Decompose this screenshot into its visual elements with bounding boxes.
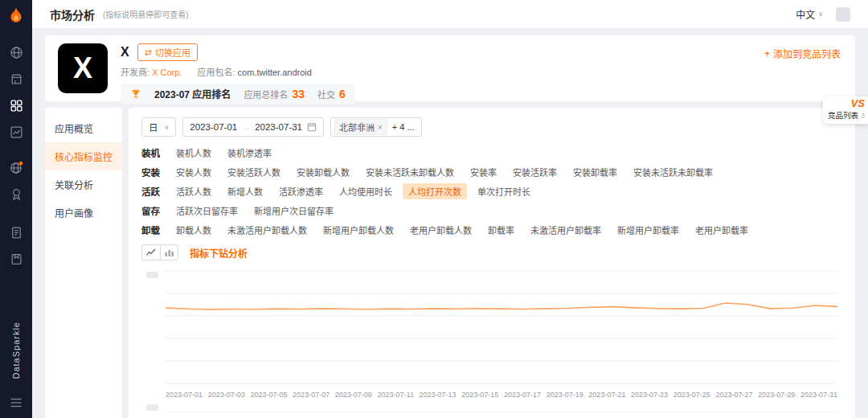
x-tick-label: 2023-07-23	[631, 391, 668, 399]
metric-row: 装机装机人数装机渗透率	[141, 145, 842, 161]
subnav-item[interactable]: 应用概览	[45, 114, 122, 142]
metric-option[interactable]: 活跃次日留存率	[170, 203, 244, 219]
nav-world-ranking[interactable]	[7, 158, 25, 176]
medal-icon	[10, 187, 23, 201]
metric-option[interactable]: 安装卸载率	[567, 164, 623, 180]
x-axis-labels: 2023-07-012023-07-032023-07-052023-07-07…	[166, 391, 837, 399]
metric-row: 卸载卸载人数未激活用户卸载人数新增用户卸载人数老用户卸载人数卸载率未激活用户卸载…	[141, 222, 842, 238]
metric-option[interactable]: 老用户卸载率	[690, 222, 754, 238]
nav-app-analysis[interactable]	[7, 96, 25, 114]
metric-option[interactable]: 老用户卸载人数	[404, 222, 477, 238]
metric-option[interactable]: 单次打开时长	[472, 183, 536, 199]
region-more: + 4 ...	[392, 122, 415, 132]
metric-row: 留存活跃次日留存率新增用户次日留存率	[141, 203, 842, 219]
x-tick-label: 2023-07-01	[166, 391, 203, 399]
calendar-icon	[307, 122, 317, 132]
granularity-select[interactable]: 日 ∨	[141, 117, 176, 137]
page-hint: (指标说明悬停即可查看)	[103, 8, 189, 20]
nav-leaderboard[interactable]	[7, 185, 25, 203]
metric-option[interactable]: 新增人数	[222, 183, 268, 199]
developer-link[interactable]: X Corp.	[152, 68, 182, 77]
line-chart-toggle[interactable]	[141, 244, 160, 260]
app-sidebar: DataSparkle	[0, 0, 32, 418]
metric-option[interactable]: 未激活用户卸载人数	[222, 222, 313, 238]
nav-report[interactable]	[7, 223, 25, 241]
x-tick-label: 2023-07-05	[250, 391, 287, 399]
y-axis-label-placeholder	[146, 272, 158, 278]
metric-option[interactable]: 安装率	[465, 164, 502, 180]
metric-option[interactable]: 人均打开次数	[403, 183, 467, 199]
drill-down-link[interactable]: 指标下钻分析	[190, 246, 248, 260]
x-tick-label: 2023-07-21	[588, 391, 625, 399]
category-rank-label: 社交	[317, 88, 335, 100]
subnav-item[interactable]: 核心指标监控	[45, 142, 122, 170]
bar-chart-toggle[interactable]	[160, 244, 178, 260]
y-axis-label-placeholder	[146, 404, 158, 411]
nav-global-overview[interactable]	[7, 43, 25, 61]
line-chart-icon	[10, 125, 23, 139]
subnav-item[interactable]: 用户画像	[45, 199, 122, 227]
globe-badge-icon	[10, 161, 23, 174]
swap-icon: ⇄	[145, 47, 152, 58]
section-divider	[166, 412, 837, 412]
x-tick-label: 2023-07-11	[378, 391, 414, 399]
x-tick-label: 2023-07-07	[293, 391, 330, 399]
main-content: X X ⇄ 切换应用 开发商: X Corp. 应用包名: com.twitte…	[32, 29, 868, 418]
nav-trend-analytics[interactable]	[7, 123, 25, 141]
language-switcher[interactable]: 中文 ∨	[796, 7, 823, 21]
trophy-icon	[130, 88, 141, 100]
metric-option[interactable]: 活跃人数	[170, 183, 217, 199]
date-start: 2023-07-01	[190, 122, 237, 132]
subnav-item[interactable]: 关联分析	[45, 170, 122, 199]
metric-option[interactable]: 安装活跃率	[507, 164, 563, 180]
avatar[interactable]	[836, 7, 850, 22]
language-label: 中文	[796, 7, 815, 21]
metric-option[interactable]: 人均使用时长	[334, 183, 398, 199]
x-tick-label: 2023-07-15	[461, 391, 498, 399]
metric-option[interactable]: 未激活用户卸载率	[525, 222, 607, 238]
trend-chart-area: 2023-07-012023-07-032023-07-052023-07-07…	[166, 270, 837, 412]
chevron-down-icon: ∨	[165, 124, 170, 131]
metric-option[interactable]: 卸载人数	[170, 222, 217, 238]
bar-chart-icon	[165, 248, 174, 256]
metric-option[interactable]: 活跃渗透率	[273, 183, 329, 199]
metric-option[interactable]: 新增用户卸载人数	[317, 222, 399, 238]
metric-group-label: 装机	[141, 146, 170, 159]
metric-option[interactable]: 新增用户卸载率	[612, 222, 685, 238]
collapse-menu-icon[interactable]	[7, 394, 25, 412]
vs-badge: VS	[828, 98, 865, 109]
metric-option[interactable]: 安装卸载人数	[291, 164, 355, 180]
developer-label: 开发商:	[121, 68, 149, 77]
globe-icon	[10, 46, 23, 59]
metric-option[interactable]: 新增用户次日留存率	[248, 203, 339, 219]
region-tag: 北部非洲 ×	[334, 119, 387, 135]
trend-chart	[166, 270, 837, 384]
metric-rows: 装机装机人数装机渗透率安装安装人数安装活跃人数安装卸载人数安装未活跃未卸载人数安…	[141, 145, 842, 238]
metric-option[interactable]: 安装未活跃未卸载率	[628, 164, 719, 180]
rank-period-title: 2023-07 应用排名	[154, 87, 231, 100]
metric-option[interactable]: 装机人数	[170, 145, 217, 161]
brand-logo[interactable]	[0, 0, 32, 31]
region-filter[interactable]: 北部非洲 × + 4 ...	[330, 117, 422, 137]
metric-option[interactable]: 安装人数	[170, 164, 217, 180]
metric-option[interactable]: 安装活跃人数	[222, 164, 286, 180]
rank-summary-bar: 2023-07 应用排名 应用总排名 33 社交 6	[121, 84, 355, 104]
close-icon[interactable]: ×	[378, 123, 383, 132]
metric-option[interactable]: 卸载率	[482, 222, 520, 238]
add-to-competitors-button[interactable]: + 添加到竞品列表	[764, 47, 841, 60]
chart-line	[166, 303, 837, 309]
metric-group-label: 卸载	[141, 223, 170, 236]
date-range-picker[interactable]: 2023-07-01 → 2023-07-31	[182, 117, 324, 137]
gridlines	[166, 271, 837, 383]
app-name: X	[121, 45, 129, 59]
app-logo: X	[58, 43, 108, 93]
metric-option[interactable]: 安装未活跃未卸载人数	[360, 164, 460, 180]
x-tick-label: 2023-07-09	[335, 391, 372, 399]
nav-market[interactable]	[7, 70, 25, 88]
competitors-panel-tab[interactable]: VS 竞品列表 3/10	[823, 96, 868, 124]
metric-option[interactable]: 装机渗透率	[222, 145, 277, 161]
switch-app-button[interactable]: ⇄ 切换应用	[137, 43, 198, 61]
competitors-tab-label: 竞品列表	[828, 109, 858, 121]
x-tick-label: 2023-07-13	[420, 391, 457, 399]
nav-collection[interactable]	[7, 250, 25, 268]
